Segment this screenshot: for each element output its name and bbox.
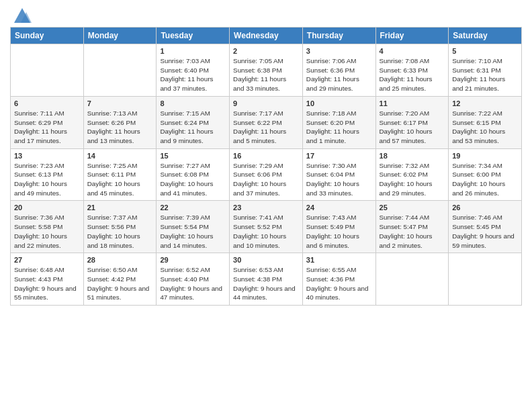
day-info: Sunrise: 7:15 AM Sunset: 6:24 PM Dayligh… — [160, 109, 226, 146]
day-info: Sunrise: 7:06 AM Sunset: 6:36 PM Dayligh… — [306, 56, 372, 93]
header-day-monday: Monday — [83, 28, 157, 44]
calendar-cell — [83, 44, 157, 97]
header-day-friday: Friday — [375, 28, 449, 44]
day-number: 10 — [306, 99, 372, 107]
calendar-cell: 30Sunrise: 6:53 AM Sunset: 4:38 PM Dayli… — [230, 253, 303, 306]
calendar-cell: 4Sunrise: 7:08 AM Sunset: 6:33 PM Daylig… — [375, 44, 449, 97]
day-info: Sunrise: 7:46 AM Sunset: 5:45 PM Dayligh… — [452, 213, 518, 250]
day-info: Sunrise: 7:27 AM Sunset: 6:08 PM Dayligh… — [160, 161, 226, 198]
week-row-3: 13Sunrise: 7:23 AM Sunset: 6:13 PM Dayli… — [11, 148, 522, 201]
day-number: 15 — [160, 152, 226, 160]
day-info: Sunrise: 6:53 AM Sunset: 4:38 PM Dayligh… — [233, 265, 299, 302]
day-number: 17 — [306, 152, 372, 160]
calendar-cell: 7Sunrise: 7:13 AM Sunset: 6:26 PM Daylig… — [83, 96, 157, 148]
header-day-wednesday: Wednesday — [230, 28, 303, 44]
day-number: 29 — [160, 256, 226, 264]
day-info: Sunrise: 6:52 AM Sunset: 4:40 PM Dayligh… — [160, 265, 226, 302]
day-info: Sunrise: 7:44 AM Sunset: 5:47 PM Dayligh… — [380, 213, 445, 250]
day-info: Sunrise: 6:55 AM Sunset: 4:36 PM Dayligh… — [306, 265, 372, 302]
calendar-cell — [375, 253, 449, 306]
calendar-cell: 3Sunrise: 7:06 AM Sunset: 6:36 PM Daylig… — [302, 44, 375, 97]
day-info: Sunrise: 7:34 AM Sunset: 6:00 PM Dayligh… — [452, 161, 518, 198]
calendar-cell: 21Sunrise: 7:37 AM Sunset: 5:56 PM Dayli… — [83, 201, 157, 253]
day-number: 26 — [452, 203, 518, 212]
day-number: 31 — [306, 256, 372, 264]
day-number: 5 — [452, 47, 518, 55]
calendar-cell: 24Sunrise: 7:43 AM Sunset: 5:49 PM Dayli… — [302, 201, 375, 253]
day-number: 1 — [160, 47, 226, 55]
day-info: Sunrise: 7:11 AM Sunset: 6:29 PM Dayligh… — [14, 109, 80, 146]
header-day-sunday: Sunday — [11, 28, 84, 44]
day-number: 7 — [87, 99, 153, 107]
calendar-cell — [449, 253, 522, 306]
calendar-cell: 14Sunrise: 7:25 AM Sunset: 6:11 PM Dayli… — [83, 148, 157, 201]
day-number: 23 — [233, 203, 299, 212]
day-number: 16 — [233, 152, 299, 160]
day-number: 4 — [380, 47, 445, 55]
calendar-cell: 2Sunrise: 7:05 AM Sunset: 6:38 PM Daylig… — [230, 44, 303, 97]
day-info: Sunrise: 7:20 AM Sunset: 6:17 PM Dayligh… — [380, 109, 445, 146]
calendar-cell: 11Sunrise: 7:20 AM Sunset: 6:17 PM Dayli… — [375, 96, 449, 148]
day-info: Sunrise: 7:05 AM Sunset: 6:38 PM Dayligh… — [233, 56, 299, 93]
day-number: 30 — [233, 256, 299, 264]
day-number: 2 — [233, 47, 299, 55]
calendar-cell: 9Sunrise: 7:17 AM Sunset: 6:22 PM Daylig… — [230, 96, 303, 148]
day-number: 27 — [14, 256, 80, 264]
day-info: Sunrise: 7:29 AM Sunset: 6:06 PM Dayligh… — [233, 161, 299, 198]
day-number: 18 — [380, 152, 445, 160]
calendar-cell: 19Sunrise: 7:34 AM Sunset: 6:00 PM Dayli… — [449, 148, 522, 201]
day-number: 21 — [87, 203, 153, 212]
day-info: Sunrise: 7:10 AM Sunset: 6:31 PM Dayligh… — [452, 56, 518, 93]
calendar-cell: 23Sunrise: 7:41 AM Sunset: 5:52 PM Dayli… — [230, 201, 303, 253]
day-info: Sunrise: 7:08 AM Sunset: 6:33 PM Dayligh… — [380, 56, 445, 93]
day-info: Sunrise: 7:25 AM Sunset: 6:11 PM Dayligh… — [87, 161, 153, 198]
calendar-cell: 27Sunrise: 6:48 AM Sunset: 4:43 PM Dayli… — [11, 253, 84, 306]
calendar-cell: 20Sunrise: 7:36 AM Sunset: 5:58 PM Dayli… — [11, 201, 84, 253]
day-info: Sunrise: 7:03 AM Sunset: 6:40 PM Dayligh… — [160, 56, 226, 93]
day-number: 13 — [14, 152, 80, 160]
week-row-2: 6Sunrise: 7:11 AM Sunset: 6:29 PM Daylig… — [11, 96, 522, 148]
week-row-4: 20Sunrise: 7:36 AM Sunset: 5:58 PM Dayli… — [11, 201, 522, 253]
calendar-cell: 8Sunrise: 7:15 AM Sunset: 6:24 PM Daylig… — [157, 96, 230, 148]
header-row: SundayMondayTuesdayWednesdayThursdayFrid… — [11, 28, 522, 44]
day-number: 11 — [380, 99, 445, 107]
day-info: Sunrise: 7:37 AM Sunset: 5:56 PM Dayligh… — [87, 213, 153, 250]
calendar-cell: 26Sunrise: 7:46 AM Sunset: 5:45 PM Dayli… — [449, 201, 522, 253]
calendar-cell — [11, 44, 84, 97]
day-info: Sunrise: 7:13 AM Sunset: 6:26 PM Dayligh… — [87, 109, 153, 146]
calendar-header: SundayMondayTuesdayWednesdayThursdayFrid… — [11, 28, 522, 44]
calendar-cell: 29Sunrise: 6:52 AM Sunset: 4:40 PM Dayli… — [157, 253, 230, 306]
day-number: 6 — [14, 99, 80, 107]
calendar-cell: 6Sunrise: 7:11 AM Sunset: 6:29 PM Daylig… — [11, 96, 84, 148]
header-day-saturday: Saturday — [449, 28, 522, 44]
day-info: Sunrise: 7:43 AM Sunset: 5:49 PM Dayligh… — [306, 213, 372, 250]
logo — [10, 7, 32, 23]
week-row-5: 27Sunrise: 6:48 AM Sunset: 4:43 PM Dayli… — [11, 253, 522, 306]
day-info: Sunrise: 7:36 AM Sunset: 5:58 PM Dayligh… — [14, 213, 80, 250]
header-day-thursday: Thursday — [302, 28, 375, 44]
day-info: Sunrise: 7:41 AM Sunset: 5:52 PM Dayligh… — [233, 213, 299, 250]
day-number: 25 — [380, 203, 445, 212]
calendar-cell: 12Sunrise: 7:22 AM Sunset: 6:15 PM Dayli… — [449, 96, 522, 148]
day-number: 12 — [452, 99, 518, 107]
calendar-cell: 1Sunrise: 7:03 AM Sunset: 6:40 PM Daylig… — [157, 44, 230, 97]
day-info: Sunrise: 7:18 AM Sunset: 6:20 PM Dayligh… — [306, 109, 372, 146]
header-day-tuesday: Tuesday — [157, 28, 230, 44]
day-number: 22 — [160, 203, 226, 212]
calendar-cell: 18Sunrise: 7:32 AM Sunset: 6:02 PM Dayli… — [375, 148, 449, 201]
day-number: 24 — [306, 203, 372, 212]
day-info: Sunrise: 6:48 AM Sunset: 4:43 PM Dayligh… — [14, 265, 80, 302]
day-info: Sunrise: 7:17 AM Sunset: 6:22 PM Dayligh… — [233, 109, 299, 146]
day-info: Sunrise: 7:39 AM Sunset: 5:54 PM Dayligh… — [160, 213, 226, 250]
calendar-cell: 31Sunrise: 6:55 AM Sunset: 4:36 PM Dayli… — [302, 253, 375, 306]
day-number: 9 — [233, 99, 299, 107]
calendar-cell: 28Sunrise: 6:50 AM Sunset: 4:42 PM Dayli… — [83, 253, 157, 306]
day-info: Sunrise: 7:32 AM Sunset: 6:02 PM Dayligh… — [380, 161, 445, 198]
day-number: 3 — [306, 47, 372, 55]
calendar-cell: 15Sunrise: 7:27 AM Sunset: 6:08 PM Dayli… — [157, 148, 230, 201]
day-number: 28 — [87, 256, 153, 264]
calendar-cell: 10Sunrise: 7:18 AM Sunset: 6:20 PM Dayli… — [302, 96, 375, 148]
day-info: Sunrise: 6:50 AM Sunset: 4:42 PM Dayligh… — [87, 265, 153, 302]
day-number: 19 — [452, 152, 518, 160]
day-info: Sunrise: 7:23 AM Sunset: 6:13 PM Dayligh… — [14, 161, 80, 198]
